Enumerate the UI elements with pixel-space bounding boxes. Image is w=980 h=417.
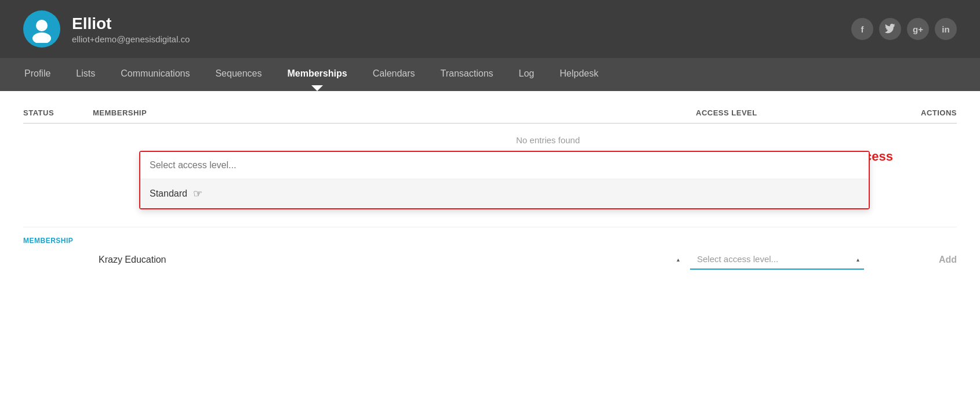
- user-name: Elliot: [72, 14, 828, 34]
- tab-memberships[interactable]: Memberships: [274, 58, 360, 89]
- user-email: elliot+demo@genesisdigital.co: [72, 34, 828, 44]
- tab-lists[interactable]: Lists: [63, 58, 108, 89]
- tab-profile[interactable]: Profile: [12, 58, 63, 89]
- add-membership-label: MEMBERSHIP: [23, 237, 957, 245]
- tab-calendars[interactable]: Calendars: [360, 58, 428, 89]
- membership-select-wrapper: Krazy Education ▴: [99, 250, 684, 270]
- facebook-icon[interactable]: f: [851, 18, 873, 40]
- dropdown-option-standard[interactable]: Standard ☞: [140, 179, 869, 208]
- cursor-icon: ☞: [193, 187, 202, 200]
- membership-name: Krazy Education: [99, 250, 166, 270]
- col-status: STATUS: [23, 108, 93, 117]
- header: Elliot elliot+demo@genesisdigital.co f g…: [0, 0, 980, 58]
- add-row: Krazy Education ▴ Select access level...…: [23, 249, 957, 270]
- add-membership-section: MEMBERSHIP Krazy Education ▴ Select acce…: [23, 227, 957, 270]
- access-level-search-input[interactable]: [140, 152, 869, 179]
- add-button[interactable]: Add: [870, 255, 957, 265]
- tab-log[interactable]: Log: [506, 58, 547, 89]
- social-icons: f g+ in: [851, 18, 957, 40]
- table-header: STATUS MEMBERSHIP ACCESS LEVEL ACTIONS: [23, 108, 957, 124]
- tab-sequences[interactable]: Sequences: [202, 58, 274, 89]
- membership-dropdown-arrow: ▴: [677, 256, 680, 263]
- no-entries-message: No entries found: [23, 135, 957, 145]
- col-membership: MEMBERSHIP: [93, 108, 696, 117]
- linkedin-icon[interactable]: in: [935, 18, 957, 40]
- col-access-level: ACCESS LEVEL: [696, 108, 870, 117]
- tab-communications[interactable]: Communications: [108, 58, 202, 89]
- col-actions: ACTIONS: [870, 108, 957, 117]
- svg-point-1: [32, 32, 51, 43]
- twitter-icon[interactable]: [879, 18, 901, 40]
- content: STATUS MEMBERSHIP ACCESS LEVEL ACTIONS S…: [0, 91, 980, 287]
- tab-transactions[interactable]: Transactions: [428, 58, 506, 89]
- access-level-select[interactable]: Select access level... Standard: [690, 249, 864, 270]
- nav: Profile Lists Communications Sequences M…: [0, 58, 980, 91]
- access-level-dropdown-container: Standard ☞: [139, 151, 870, 209]
- googleplus-icon[interactable]: g+: [907, 18, 929, 40]
- access-level-select-wrapper: Select access level... Standard ▴: [690, 249, 864, 270]
- svg-point-0: [36, 20, 48, 31]
- avatar: [23, 10, 60, 48]
- tab-helpdesk[interactable]: Helpdesk: [547, 58, 611, 89]
- option-standard-label: Standard: [150, 188, 187, 199]
- user-info: Elliot elliot+demo@genesisdigital.co: [72, 14, 828, 45]
